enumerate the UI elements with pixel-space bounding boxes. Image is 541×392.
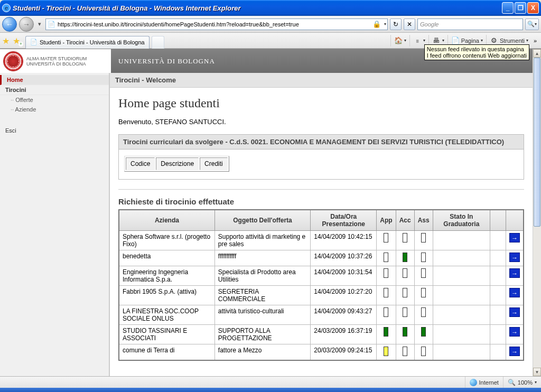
cell-ass — [414, 325, 433, 344]
cell-data: 14/04/2009 10:31:54 — [311, 266, 377, 286]
nav-tirocini[interactable]: Tirocini — [0, 85, 109, 95]
recent-pages-dropdown[interactable]: ▾ — [36, 17, 43, 32]
status-indicator — [421, 268, 426, 278]
address-bar[interactable]: 📄 🔒 ▾ — [45, 18, 388, 30]
back-button[interactable]: ← — [2, 17, 17, 32]
cell-azienda: Sphera Software s.r.l. (progetto Fixo) — [119, 231, 214, 250]
cell-oggetto: fattore a Mezzo — [214, 344, 310, 361]
cell-oggetto: Specialista di Prodotto area Utilities — [214, 266, 310, 286]
address-input[interactable] — [58, 20, 369, 29]
cell-stato — [433, 231, 490, 250]
add-favorites-button[interactable]: ★ — [13, 36, 22, 45]
cell-stato — [433, 250, 490, 266]
cell-app — [377, 325, 396, 344]
address-dropdown[interactable]: ▾ — [384, 22, 386, 26]
th-stato[interactable]: Stato In Graduatoria — [433, 210, 490, 231]
detail-arrow-button[interactable]: → — [509, 268, 520, 278]
nav-home[interactable]: Home — [0, 75, 109, 85]
zone-label: Internet — [479, 379, 499, 386]
detail-arrow-button[interactable]: → — [509, 327, 520, 337]
cell-spacer — [490, 231, 506, 250]
cell-app — [377, 250, 396, 266]
stop-button[interactable]: ✕ — [404, 18, 415, 30]
cell-data: 14/04/2009 09:43:27 — [311, 305, 377, 325]
window-maximize-button[interactable]: ❐ — [515, 2, 526, 14]
university-band-label: UNIVERSITÀ DI BOLOGNA — [111, 57, 215, 66]
cell-spacer — [490, 250, 506, 266]
status-indicator — [421, 327, 426, 337]
page-menu-label: Pagina — [461, 38, 479, 44]
th-azienda[interactable]: Azienda — [119, 210, 214, 231]
cell-stato — [433, 344, 490, 361]
cell-action: → — [506, 325, 524, 344]
col-crediti: Crediti — [200, 157, 228, 170]
home-button[interactable]: 🏠▾ — [390, 35, 409, 46]
cell-oggetto: SUPPORTO ALLA PROGETTAZIONE — [214, 325, 310, 344]
search-button[interactable]: 🔍▾ — [525, 18, 539, 30]
forward-button[interactable]: → — [19, 17, 34, 32]
window-titlebar: e Studenti - Tirocini - Università di Bo… — [0, 0, 541, 16]
page-icon: 📄 — [47, 20, 55, 29]
detail-arrow-button[interactable]: → — [509, 347, 520, 356]
nav-esci[interactable]: Esci — [0, 126, 109, 135]
nav-aziende[interactable]: Aziende — [0, 105, 109, 114]
cell-action: → — [506, 266, 524, 286]
cell-acc — [396, 286, 414, 305]
cell-azienda: Fabbri 1905 S.p.A. (attiva) — [119, 286, 214, 305]
nav-offerte[interactable]: Offerte — [0, 95, 109, 105]
cell-spacer — [490, 266, 506, 286]
window-close-button[interactable]: X — [527, 2, 539, 14]
nav-toolbar: ← → ▾ 📄 🔒 ▾ ↻ ✕ Google 🔍▾ — [0, 16, 541, 33]
cell-spacer — [490, 305, 506, 325]
page-menu-icon: 📄 — [451, 36, 460, 45]
rss-icon: ∎ — [413, 36, 422, 45]
curriculari-table: Codice Descrizione Crediti — [124, 156, 229, 172]
scroll-thumb[interactable] — [534, 58, 540, 227]
zoom-control[interactable]: 🔍 100% ▾ — [503, 377, 541, 388]
cell-acc — [396, 344, 414, 361]
search-box[interactable]: Google — [417, 18, 523, 30]
scroll-track[interactable] — [533, 58, 541, 368]
th-ass[interactable]: Ass — [414, 210, 433, 231]
window-minimize-button[interactable]: _ — [502, 2, 514, 14]
detail-arrow-button[interactable]: → — [509, 307, 520, 317]
status-indicator — [403, 327, 407, 337]
th-data[interactable]: Data/Ora Presentazione — [311, 210, 377, 231]
cell-acc — [396, 266, 414, 286]
panel-title: Tirocini curriculari da svolgere - C.d.S… — [119, 135, 524, 150]
logo-block[interactable]: ALMA MATER STUDIORUM UNIVERSITÀ DI BOLOG… — [0, 49, 111, 73]
status-bar: Internet 🔍 100% ▾ — [0, 376, 541, 388]
scroll-down-button[interactable]: ▼ — [533, 368, 541, 376]
th-app[interactable]: App — [377, 210, 396, 231]
cell-ass — [414, 344, 433, 361]
status-indicator — [421, 233, 426, 242]
window-title: Studenti - Tirocini - Università di Bolo… — [13, 4, 502, 12]
status-indicator — [384, 288, 388, 297]
ie-app-icon: e — [2, 4, 11, 12]
cell-acc — [396, 250, 414, 266]
cell-app — [377, 231, 396, 250]
th-acc[interactable]: Acc — [396, 210, 414, 231]
cell-data: 14/04/2009 10:42:15 — [311, 231, 377, 250]
cell-spacer — [490, 344, 506, 361]
vertical-scrollbar[interactable]: ▲ ▼ — [533, 49, 541, 376]
new-tab-button[interactable] — [152, 36, 164, 49]
detail-arrow-button[interactable]: → — [509, 288, 520, 297]
browser-tab[interactable]: 📄 Studenti - Tirocini - Università di Bo… — [25, 36, 150, 49]
cell-action: → — [506, 286, 524, 305]
home-icon: 🏠 — [394, 36, 403, 45]
table-row: Sphera Software s.r.l. (progetto Fixo)Su… — [119, 231, 524, 250]
scroll-up-button[interactable]: ▲ — [533, 49, 541, 58]
divider — [118, 189, 524, 190]
cell-data: 20/03/2009 09:24:15 — [311, 344, 377, 361]
status-indicator — [421, 307, 426, 317]
favorites-center-button[interactable]: ★ — [2, 36, 12, 45]
globe-icon — [470, 379, 477, 386]
refresh-button[interactable]: ↻ — [390, 18, 402, 30]
toolbar-overflow[interactable]: » — [531, 38, 539, 44]
cell-oggetto: attività turistico-culturali — [214, 305, 310, 325]
th-oggetto[interactable]: Oggetto Dell'offerta — [214, 210, 310, 231]
col-codice: Codice — [126, 157, 155, 170]
detail-arrow-button[interactable]: → — [509, 233, 520, 242]
detail-arrow-button[interactable]: → — [509, 253, 520, 262]
